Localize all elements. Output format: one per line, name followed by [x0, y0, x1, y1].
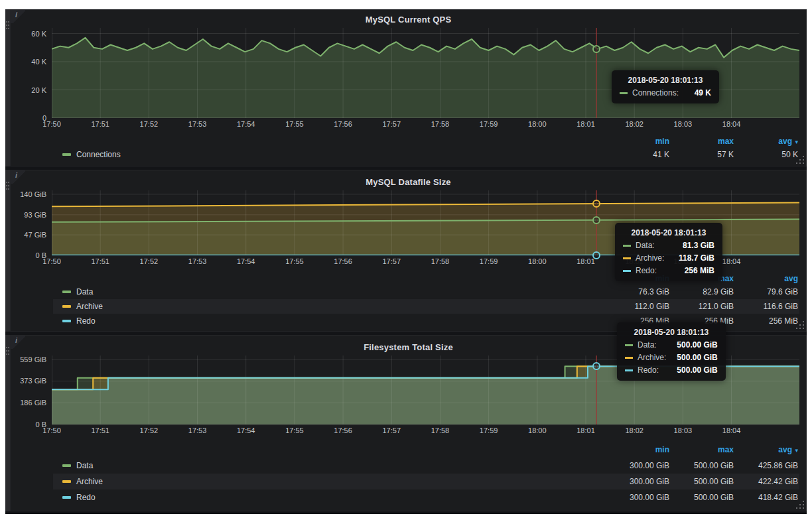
series-color-swatch-icon	[623, 270, 631, 272]
series-color-swatch-icon	[62, 153, 71, 156]
x-axis-tick: 17:54	[237, 426, 255, 434]
tooltip-datafile: 2018-05-20 18:01:13Data:81.3 GiBArchive:…	[615, 223, 722, 281]
legend-header-label: max	[718, 445, 734, 454]
legend-series-name: Archive	[76, 477, 103, 486]
tooltip-series-value: 81.3 GiB	[672, 241, 714, 250]
resize-dots-icon	[803, 507, 804, 509]
panel-info-icon[interactable]: i	[11, 336, 25, 349]
panel-info-icon[interactable]: i	[11, 170, 25, 184]
x-axis-tick: 18:04	[722, 257, 741, 265]
row-drag-handle[interactable]	[5, 9, 10, 166]
x-axis-tick: 17:51	[91, 257, 109, 265]
legend-value: 500.00 GiB	[671, 477, 735, 486]
series-color-swatch-icon	[625, 357, 633, 359]
legend-row: Data76.3 GiB82.9 GiB79.6 GiB	[53, 285, 799, 299]
tooltip-qps: 2018-05-20 18:01:13Connections:49 K	[612, 70, 719, 103]
legend-header-row: minmaxavg ▾	[53, 442, 799, 458]
x-axis-tick: 18:04	[722, 120, 741, 128]
legend-series-toggle[interactable]: Data	[53, 461, 606, 470]
legend-sort-max[interactable]: max	[671, 445, 735, 454]
tooltip-series-label: Redo:	[636, 266, 657, 275]
series-color-swatch-icon	[62, 464, 71, 467]
x-axis-tick: 18:01	[576, 120, 595, 128]
legend-series-toggle[interactable]: Archive	[53, 302, 606, 311]
legend-row: Archive112.0 GiB121.0 GiB116.6 GiB	[53, 299, 799, 314]
legend-series-toggle[interactable]: Archive	[53, 477, 606, 486]
tooltip-series-row: Redo:500.00 GiB	[625, 365, 718, 375]
panel-resize-handle-icon[interactable]	[796, 321, 804, 329]
x-axis: 17:5017:5117:5217:5317:5417:5517:5617:57…	[52, 119, 799, 131]
legend-sort-min[interactable]: min	[606, 137, 671, 146]
tooltip-series-value: 500.00 GiB	[666, 353, 717, 362]
legend-value: 116.6 GiB	[735, 302, 799, 311]
panel-resize-handle-icon[interactable]	[796, 156, 804, 164]
x-axis-tick: 17:59	[480, 120, 498, 128]
y-axis: 020 K40 K60 K	[11, 28, 52, 118]
legend-series-name: Connections	[76, 150, 121, 159]
tooltip-series-value: 256 MiB	[674, 266, 714, 275]
legend-row: Archive300.00 GiB500.00 GiB422.42 GiB	[53, 474, 799, 489]
x-axis-tick: 17:50	[42, 120, 61, 128]
tooltip-timestamp: 2018-05-20 18:01:13	[620, 76, 711, 85]
legend-series-name: Redo	[76, 493, 96, 502]
x-axis-tick: 17:58	[431, 120, 450, 128]
legend-series-toggle[interactable]: Data	[53, 287, 606, 296]
y-axis-tick: 140 GiB	[20, 190, 46, 198]
legend-series-toggle[interactable]: Redo	[53, 316, 606, 326]
panel-title-qps[interactable]: MySQL Current QPS	[11, 10, 806, 28]
legend-header-label: min	[655, 137, 669, 146]
x-axis-tick: 17:52	[140, 120, 159, 128]
x-axis-tick: 17:50	[42, 257, 61, 265]
legend-header-label: min	[655, 445, 669, 454]
row-drag-handle[interactable]	[5, 335, 10, 511]
series-color-swatch-icon	[620, 92, 628, 94]
legend-header-label: max	[718, 137, 734, 146]
legend-value: 500.00 GiB	[671, 493, 735, 502]
panel-info-icon[interactable]: i	[11, 10, 25, 23]
tooltip-series-value: 49 K	[684, 88, 711, 98]
x-axis-tick: 18:03	[674, 120, 693, 128]
legend-value: 57 K	[671, 150, 735, 159]
legend-header-label: avg	[778, 445, 792, 454]
legend-series-toggle[interactable]: Connections	[53, 150, 606, 159]
panel-resize-handle-icon[interactable]	[796, 501, 804, 509]
legend-value: 50 K	[735, 150, 799, 159]
x-axis-tick: 17:59	[480, 257, 498, 265]
legend-value: 300.00 GiB	[606, 477, 671, 486]
legend-header-label: avg	[778, 137, 792, 146]
x-axis-tick: 17:51	[91, 426, 109, 434]
tooltip-series-value: 500.00 GiB	[666, 365, 717, 375]
x-axis-tick: 17:50	[42, 426, 61, 434]
x-axis-tick: 18:00	[528, 257, 547, 265]
legend-sort-max[interactable]: max	[671, 137, 735, 146]
legend-row: Redo300.00 GiB500.00 GiB418.42 GiB	[53, 489, 799, 505]
x-axis-tick: 18:03	[674, 426, 693, 434]
tooltip-series-label: Connections:	[632, 88, 679, 98]
resize-dots-icon	[803, 328, 804, 329]
x-axis-tick: 18:04	[722, 426, 741, 434]
legend-sort-min[interactable]: min	[606, 445, 671, 454]
row-drag-handle[interactable]	[5, 170, 10, 332]
legend-value: 41 K	[606, 150, 671, 159]
x-axis-tick: 17:57	[383, 257, 401, 265]
legend-sort-avg[interactable]: avg ▾	[735, 445, 799, 454]
legend-sort-avg[interactable]: avg	[735, 274, 799, 283]
tooltip-series-label: Redo:	[638, 365, 659, 375]
legend-series-toggle[interactable]: Redo	[53, 493, 606, 502]
x-axis-tick: 17:53	[188, 120, 207, 128]
series-color-swatch-icon	[62, 480, 71, 483]
x-axis-tick: 17:55	[285, 120, 304, 128]
legend-header-row: minmaxavg ▾	[53, 135, 799, 147]
series-color-swatch-icon	[623, 257, 631, 259]
x-axis-tick: 18:02	[625, 426, 643, 434]
y-axis-tick: 20 K	[31, 86, 46, 94]
x-axis-tick: 17:54	[237, 120, 255, 128]
y-axis-tick: 40 K	[31, 58, 46, 66]
series-color-swatch-icon	[62, 291, 71, 293]
legend-value: 300.00 GiB	[606, 493, 671, 502]
tooltip-series-value: 118.7 GiB	[668, 253, 714, 263]
legend-value: 418.42 GiB	[735, 493, 799, 502]
legend-sort-avg[interactable]: avg ▾	[735, 137, 799, 146]
panel-title-datafile[interactable]: MySQL Datafile Size	[11, 170, 806, 190]
legend-header-label: avg	[784, 274, 798, 283]
